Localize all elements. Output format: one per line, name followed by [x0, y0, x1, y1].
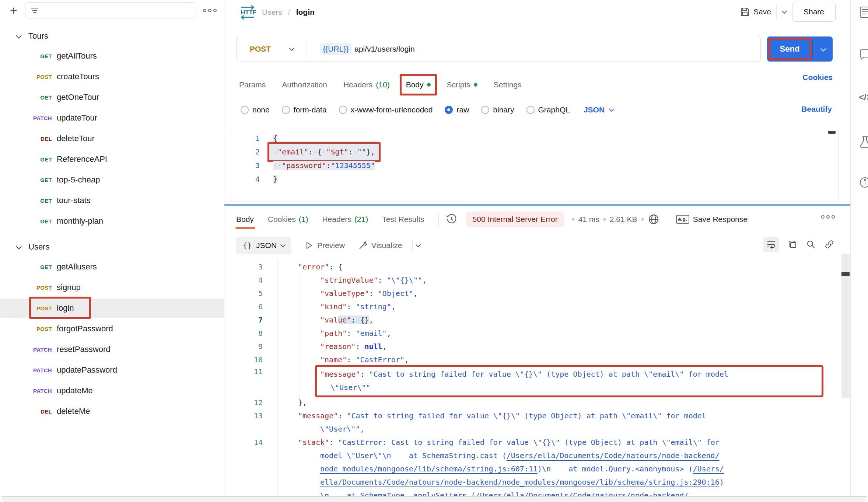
sidebar-item-deleteMe[interactable]: DELdeleteMe [17, 401, 224, 422]
sidebar-more-icon[interactable] [202, 9, 218, 12]
copy-icon[interactable] [788, 237, 797, 252]
response-tab-label: Cookies [268, 215, 296, 224]
network-globe-icon[interactable] [648, 213, 659, 225]
save-response-button[interactable]: Save Response [693, 215, 748, 224]
preview-button[interactable]: Preview [305, 241, 345, 250]
response-body-viewer[interactable]: 3"error": {4"stringValue": "\"{}\"",5"va… [224, 260, 868, 497]
send-button[interactable]: Send [767, 36, 833, 62]
code-content: "value": {}, [320, 313, 868, 327]
new-request-button[interactable]: + [7, 4, 20, 17]
stack-trace-link[interactable]: node_modules/mongoose/lib/schema/string.… [320, 464, 538, 473]
wrap-text-icon[interactable] [763, 237, 779, 252]
sidebar-item-resetPassword[interactable]: PATCHresetPassword [17, 339, 224, 360]
visualize-button[interactable]: Visualize [358, 241, 402, 250]
body-mode-form-data[interactable]: form-data [282, 105, 327, 114]
sidebar-item-getOneTour[interactable]: GETgetOneTour [17, 87, 224, 108]
sidebar-search-input[interactable] [42, 6, 191, 15]
method-badge: POST [17, 326, 52, 332]
sidebar-item-signup[interactable]: POSTsignup [17, 277, 224, 298]
tab-authorization[interactable]: Authorization [282, 80, 327, 89]
line-number: 6 [233, 300, 263, 313]
share-button[interactable]: Share [792, 2, 836, 22]
tab-body[interactable]: Body [406, 80, 431, 89]
body-mode-x-www-form-urlencoded[interactable]: x-www-form-urlencoded [339, 105, 433, 114]
response-format-dropdown[interactable]: {} JSON [236, 237, 291, 254]
save-button[interactable]: Save [740, 7, 771, 17]
response-tab-headers[interactable]: Headers(21) [322, 215, 368, 224]
code-content: "stack": "CastError: Cast to string fail… [298, 436, 868, 497]
filter-icon [31, 7, 39, 14]
info-icon[interactable] [859, 176, 868, 189]
url-input[interactable]: {{URL}} api/v1/users/login [320, 43, 415, 55]
sidebar-item-monthly-plan[interactable]: GETmonthly-plan [17, 211, 224, 231]
sidebar-search-box[interactable] [25, 2, 196, 18]
body-mode-binary[interactable]: binary [481, 105, 514, 114]
sidebar-items: GETgetAllusersPOSTsignupPOSTloginPOSTfor… [17, 257, 224, 422]
sidebar-item-getAllTours[interactable]: GETgetAllTours [17, 46, 224, 66]
editor-scrollbar-thumb[interactable] [828, 131, 836, 134]
search-icon[interactable] [806, 237, 816, 252]
sidebar-item-ReferenceAPI[interactable]: GETReferenceAPI [17, 149, 224, 170]
code-content: { [273, 134, 277, 143]
braces-icon: {} [243, 241, 252, 250]
sidebar-section-users[interactable]: Users [0, 237, 224, 257]
body-mode-label: none [252, 105, 270, 114]
request-name: updatePassword [57, 365, 117, 375]
viewer-options-chevron-icon[interactable] [416, 242, 421, 247]
body-mode-none[interactable]: none [241, 105, 270, 114]
sidebar-item-tour-stats[interactable]: GETtour-stats [17, 190, 224, 211]
history-icon[interactable] [446, 214, 457, 225]
link-icon[interactable] [825, 237, 834, 252]
response-scrollbar-thumb[interactable] [841, 272, 850, 276]
annotation-box-response-message: "message": "Cast to string failed for va… [315, 365, 823, 397]
tab-params[interactable]: Params [239, 80, 266, 89]
tests-flask-icon[interactable] [859, 136, 868, 148]
tab-settings[interactable]: Settings [494, 80, 522, 89]
tab-scripts[interactable]: Scripts [447, 80, 477, 89]
response-tab-body[interactable]: Body [236, 215, 254, 224]
cookies-link[interactable]: Cookies [802, 73, 833, 81]
code-icon[interactable]: </> [859, 92, 868, 102]
beautify-link[interactable]: Beautify [801, 105, 832, 113]
sidebar-item-login[interactable]: POSTlogin [17, 298, 224, 318]
code-line: 3"error": { [224, 260, 868, 273]
sidebar-item-createTours[interactable]: POSTcreateTours [17, 66, 224, 87]
documentation-icon[interactable] [859, 6, 868, 18]
sidebar-item-updatePassword[interactable]: PATCHupdatePassword [17, 360, 224, 380]
stack-trace-link[interactable]: /Users/ [693, 464, 724, 473]
save-dropdown-chevron-icon[interactable] [782, 8, 787, 14]
method-selector[interactable]: POST [237, 45, 306, 53]
request-body-editor[interactable]: 1{2·"email":·{·"$gt":·""},3··"password":… [230, 130, 839, 202]
sidebar-item-getAllusers[interactable]: GETgetAllusers [17, 257, 224, 277]
code-content: ··"password":"12345555" [273, 161, 375, 170]
line-number: 2 [237, 145, 260, 159]
breadcrumb-collection[interactable]: Users [262, 8, 282, 17]
request-name: deleteMe [57, 407, 90, 416]
tab-headers[interactable]: Headers(10) [343, 80, 390, 89]
body-mode-GraphQL[interactable]: GraphQL [526, 105, 570, 114]
request-name: updateTour [57, 113, 97, 123]
send-options-chevron-icon[interactable] [813, 36, 833, 62]
stack-trace-link[interactable]: ella/Documents/Code/natours/node-backend… [320, 478, 720, 487]
body-mode-raw[interactable]: raw [445, 105, 469, 114]
radio-icon [445, 106, 453, 114]
response-tab-test-results[interactable]: Test Results [382, 215, 424, 224]
sidebar-item-top-5-cheap[interactable]: GETtop-5-cheap [17, 170, 224, 190]
breadcrumb-request-name[interactable]: login [296, 8, 315, 17]
sidebar-item-deleteTour[interactable]: DELdeleteTour [17, 128, 224, 149]
stack-trace-link[interactable]: /Users/ella/Documents/Code/natours/node-… [507, 451, 720, 460]
code-row: }, [298, 396, 868, 409]
response-more-icon[interactable] [820, 215, 836, 219]
sidebar-item-forgotPassword[interactable]: POSTforgotPassword [17, 318, 224, 339]
sidebar-item-updateTour[interactable]: PATCHupdateTour [17, 108, 224, 128]
comments-icon[interactable] [859, 49, 868, 61]
code-token: , [413, 289, 418, 298]
pane-resize-divider[interactable] [224, 204, 868, 206]
code-token: "CastError: Cast to string failed for va… [338, 438, 720, 447]
method-badge: PATCH [17, 388, 52, 394]
sidebar-item-updateMe[interactable]: PATCHupdateMe [17, 380, 224, 401]
response-tab-cookies[interactable]: Cookies(1) [268, 215, 308, 224]
language-dropdown[interactable]: JSON [584, 105, 613, 114]
method-badge: PATCH [17, 346, 52, 353]
sidebar-section-tours[interactable]: Tours [0, 27, 224, 46]
